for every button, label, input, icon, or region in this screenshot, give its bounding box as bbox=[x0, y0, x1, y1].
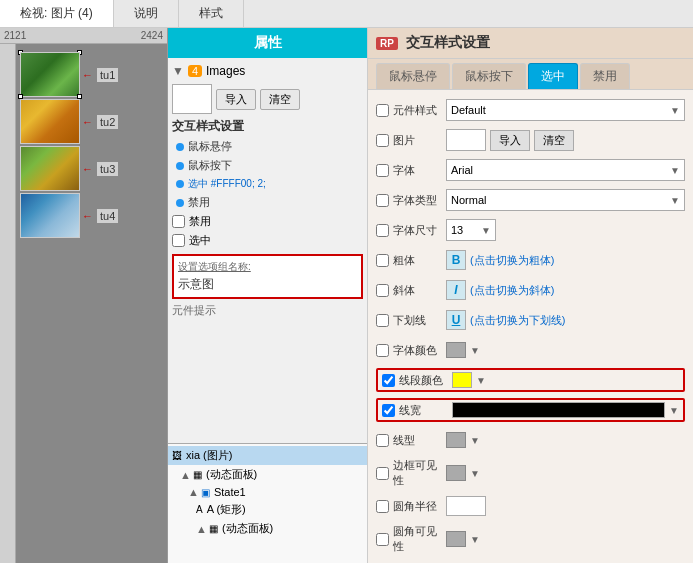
tree-item-state1[interactable]: ▲ ▣ State1 bbox=[184, 484, 367, 500]
cb-disabled[interactable] bbox=[172, 215, 185, 228]
cb-line-width[interactable] bbox=[382, 404, 395, 417]
expand-icon: ▼ bbox=[172, 64, 184, 78]
checkbox-selected[interactable]: 选中 bbox=[172, 231, 363, 250]
corner-radius-input[interactable]: 0 bbox=[446, 496, 486, 516]
underline-link[interactable]: (点击切换为下划线) bbox=[470, 313, 565, 328]
line-color-box[interactable] bbox=[452, 372, 472, 388]
tab-disabled[interactable]: 禁用 bbox=[580, 63, 630, 89]
thumb-1[interactable] bbox=[20, 52, 80, 97]
line-type-box[interactable] bbox=[446, 432, 466, 448]
bold-indicator[interactable]: B bbox=[446, 250, 466, 270]
font-text: 字体 bbox=[393, 163, 415, 178]
tab-description[interactable]: 说明 bbox=[114, 0, 179, 27]
thumb-2[interactable] bbox=[20, 99, 80, 144]
image-import-btn[interactable]: 导入 bbox=[490, 130, 530, 151]
tree-icon-panel2: ▦ bbox=[209, 523, 218, 534]
border-vis-box[interactable] bbox=[446, 465, 466, 481]
font-select[interactable]: Arial ▼ bbox=[446, 159, 685, 181]
tree-label-4: (动态面板) bbox=[222, 521, 273, 536]
tree-item-panel2[interactable]: ▲ ▦ (动态面板) bbox=[192, 519, 367, 538]
underline-icon: U bbox=[452, 313, 461, 327]
interaction-hover[interactable]: 鼠标悬停 bbox=[172, 137, 363, 156]
cb-selected[interactable] bbox=[172, 234, 185, 247]
font-val: Arial bbox=[451, 164, 473, 176]
tab-view[interactable]: 检视: 图片 (4) bbox=[0, 0, 114, 27]
italic-icon: I bbox=[454, 283, 457, 297]
italic-link[interactable]: (点击切换为斜体) bbox=[470, 283, 554, 298]
checkbox-disabled[interactable]: 禁用 bbox=[172, 212, 363, 231]
val-line-color: ▼ bbox=[452, 372, 679, 388]
interaction-disabled[interactable]: 禁用 bbox=[172, 193, 363, 212]
thumb-3[interactable] bbox=[20, 146, 80, 191]
import-button[interactable]: 导入 bbox=[216, 89, 256, 110]
label-tu3: tu3 bbox=[97, 162, 118, 176]
interaction-tabs: 鼠标悬停 鼠标按下 选中 禁用 bbox=[368, 59, 693, 90]
image-item-4[interactable]: ← tu4 bbox=[20, 193, 163, 238]
img-nature-4 bbox=[21, 194, 79, 237]
bold-link[interactable]: (点击切换为粗体) bbox=[470, 253, 554, 268]
image-item-2[interactable]: ← tu2 bbox=[20, 99, 163, 144]
tree-item-xia[interactable]: 🖼 xia (图片) bbox=[168, 446, 367, 465]
group-name-box[interactable]: 设置选项组名称: 示意图 bbox=[172, 254, 363, 299]
clear-button[interactable]: 清空 bbox=[260, 89, 300, 110]
images-group-header[interactable]: ▼ 4 Images bbox=[172, 62, 363, 80]
group-label: Images bbox=[206, 64, 245, 78]
tab-selected[interactable]: 选中 bbox=[528, 63, 578, 89]
outer-shadow-box[interactable] bbox=[446, 531, 466, 547]
images-group: ▼ 4 Images bbox=[172, 62, 363, 80]
element-style-val: Default bbox=[451, 104, 486, 116]
cb-corner-radius[interactable] bbox=[376, 500, 389, 513]
interaction-click[interactable]: 鼠标按下 bbox=[172, 156, 363, 175]
tab-mousedown[interactable]: 鼠标按下 bbox=[452, 63, 526, 89]
right-content: 元件样式 Default ▼ 图片 导入 清空 bbox=[368, 90, 693, 563]
thumb-4[interactable] bbox=[20, 193, 80, 238]
prop-outer-shadow: 圆角可见性 ▼ bbox=[376, 524, 685, 554]
line-color-text: 线段颜色 bbox=[399, 373, 443, 388]
cb-font-color[interactable] bbox=[376, 344, 389, 357]
cb-line-type[interactable] bbox=[376, 434, 389, 447]
cb-font[interactable] bbox=[376, 164, 389, 177]
img-nature-1 bbox=[21, 53, 79, 96]
cb-bold[interactable] bbox=[376, 254, 389, 267]
element-style-select[interactable]: Default ▼ bbox=[446, 99, 685, 121]
cb-underline[interactable] bbox=[376, 314, 389, 327]
import-clear-row: 导入 清空 bbox=[172, 84, 363, 114]
image-item-3[interactable]: ← tu3 bbox=[20, 146, 163, 191]
val-border-vis: ▼ bbox=[446, 465, 685, 481]
right-header: RP 交互样式设置 bbox=[368, 28, 693, 59]
underline-indicator[interactable]: U bbox=[446, 310, 466, 330]
font-color-box[interactable] bbox=[446, 342, 466, 358]
label-font: 字体 bbox=[376, 163, 446, 178]
prop-line-type: 线型 ▼ bbox=[376, 428, 685, 452]
arrow-tu4: ← bbox=[82, 210, 93, 222]
image-clear-btn[interactable]: 清空 bbox=[534, 130, 574, 151]
cb-outer-shadow[interactable] bbox=[376, 533, 389, 546]
image-item-1[interactable]: ← tu1 bbox=[20, 52, 163, 97]
cb-font-type[interactable] bbox=[376, 194, 389, 207]
font-color-text: 字体颜色 bbox=[393, 343, 437, 358]
prop-line-color: 线段颜色 ▼ bbox=[376, 368, 685, 392]
cb-selected-label: 选中 bbox=[189, 233, 211, 248]
tree-item-rect[interactable]: A A (矩形) bbox=[192, 500, 367, 519]
arrow-tu1: ← bbox=[82, 69, 93, 81]
group-name-value[interactable]: 示意图 bbox=[178, 276, 357, 293]
prop-element-style: 元件样式 Default ▼ bbox=[376, 98, 685, 122]
tab-hover[interactable]: 鼠标悬停 bbox=[376, 63, 450, 89]
cb-italic[interactable] bbox=[376, 284, 389, 297]
label-tu4: tu4 bbox=[97, 209, 118, 223]
interaction-selected[interactable]: 选中 #FFFF00; 2; bbox=[172, 175, 363, 193]
cb-font-size[interactable] bbox=[376, 224, 389, 237]
cb-border-vis[interactable] bbox=[376, 467, 389, 480]
prop-corner-radius: 圆角半径 0 bbox=[376, 494, 685, 518]
font-type-select[interactable]: Normal ▼ bbox=[446, 189, 685, 211]
label-bold: 粗体 bbox=[376, 253, 446, 268]
cb-element-style[interactable] bbox=[376, 104, 389, 117]
cb-line-color[interactable] bbox=[382, 374, 395, 387]
label-font-size: 字体尺寸 bbox=[376, 223, 446, 238]
tree-item-panel1[interactable]: ▲ ▦ (动态面板) bbox=[176, 465, 367, 484]
italic-indicator[interactable]: I bbox=[446, 280, 466, 300]
cb-image[interactable] bbox=[376, 134, 389, 147]
font-size-arrow: ▼ bbox=[481, 225, 491, 236]
tab-style[interactable]: 样式 bbox=[179, 0, 244, 27]
font-size-select[interactable]: 13 ▼ bbox=[446, 219, 496, 241]
